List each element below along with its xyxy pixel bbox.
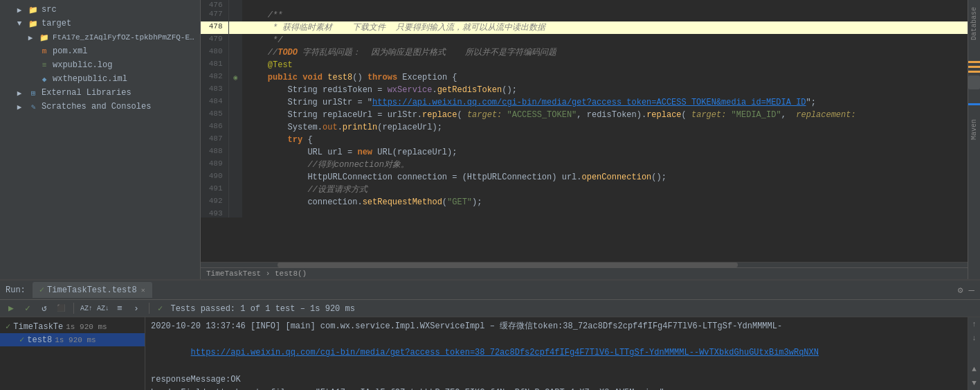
editor-area: 476 477 /** 478 * 获得临时素材: [201, 0, 968, 279]
log-url[interactable]: https://api.weixin.qq.com/cgi-bin/media/…: [191, 348, 819, 357]
table-row: 492 connection.setRequestMethod("GET");: [201, 196, 968, 209]
line-gutter: [228, 184, 242, 196]
test-time: 1s 920 ms: [55, 336, 96, 344]
table-row: 484 String urlStr = "https://api.weixin.…: [201, 96, 968, 109]
table-row: 487 try {: [201, 134, 968, 146]
sidebar-label-wxpublic: wxpublic.log: [53, 60, 112, 70]
database-tab[interactable]: Database: [970, 7, 978, 40]
line-gutter: [228, 34, 242, 46]
line-code: //TODO 字符乱码问题： 因为响应是图片格式 所以并不是字符编码问题: [242, 46, 968, 59]
pass-icon: ✓: [19, 335, 24, 345]
folder-icon: 📁: [28, 18, 39, 29]
sidebar-item-target[interactable]: ▼ 📁 target: [0, 17, 200, 30]
separator2: [149, 303, 149, 314]
separator: [73, 303, 74, 314]
maven-tab[interactable]: Maven: [970, 119, 978, 140]
line-number: 486: [201, 121, 228, 134]
scroll-down-icon[interactable]: ↓: [972, 334, 977, 342]
line-code: /**: [242, 9, 968, 21]
iml-icon: ◆: [39, 73, 50, 85]
test-item-test8[interactable]: ✓ test8 1s 920 ms: [0, 333, 145, 346]
test-item-timetasktest[interactable]: ✓ TimeTaskTe 1s 920 ms: [0, 320, 145, 333]
run-button[interactable]: ▶: [4, 301, 18, 315]
line-code: connection.setRequestMethod("GET");: [242, 196, 968, 209]
log-icon: ≡: [39, 60, 50, 71]
settings-icon[interactable]: ⚙: [958, 285, 963, 296]
line-gutter: [228, 209, 242, 218]
sidebar-item-ext-libs[interactable]: ▶ ⊞ External Libraries: [0, 86, 200, 100]
table-row: 483 String redisToken = wxService.getRed…: [201, 84, 968, 96]
test-name: TimeTaskTe: [13, 322, 63, 332]
arrow-button[interactable]: ›: [129, 301, 143, 315]
collapse-button[interactable]: ≡: [113, 301, 127, 315]
line-number: 476: [201, 0, 228, 9]
line-code: String urlStr = "https://api.weixin.qq.c…: [242, 96, 968, 109]
line-gutter: [228, 46, 242, 59]
sidebar-item-wxthepublic[interactable]: ◆ wxthepublic.iml: [0, 72, 200, 86]
line-code: String redisToken = wxService.getRedisTo…: [242, 84, 968, 96]
stop-button[interactable]: ⬛: [54, 301, 68, 315]
sidebar-item-pom[interactable]: m pom.xml: [0, 44, 200, 58]
run-tab[interactable]: ✓ TimeTaskTest.test8 ✕: [33, 282, 152, 298]
pass-icon: ✓: [6, 321, 10, 332]
sidebar-item-scratches[interactable]: ▶ ✎ Scratches and Consoles: [0, 100, 200, 114]
table-row: 490 HttpURLConnection connection = (Http…: [201, 171, 968, 184]
tab-label: TimeTaskTest.test8: [47, 285, 137, 295]
sidebar-label-wxthepublic: wxthepublic.iml: [53, 74, 127, 84]
line-code: URL url = new URL(replaceUrl);: [242, 146, 968, 159]
sidebar-label-src: src: [42, 5, 57, 15]
line-gutter: [228, 134, 242, 146]
test-tree: ✓ TimeTaskTe 1s 920 ms ✓ test8 1s 920 ms: [0, 317, 145, 390]
close-panel-icon[interactable]: —: [969, 285, 974, 296]
line-number: 489: [201, 159, 228, 171]
chevron-down-icon[interactable]: ▼: [972, 379, 977, 387]
chevron-up-icon[interactable]: ▲: [972, 365, 977, 373]
log-line-link[interactable]: https://api.weixin.qq.com/cgi-bin/media/…: [151, 333, 962, 373]
line-code: public void test8() throws Exception {: [242, 71, 968, 84]
line-gutter: [228, 146, 242, 159]
code-container[interactable]: 476 477 /** 478 * 获得临时素材: [201, 0, 968, 262]
line-number: 493: [201, 209, 228, 218]
line-gutter: [228, 9, 242, 21]
table-row: 486 System.out.println(replaceUrl);: [201, 121, 968, 134]
console-output[interactable]: 2020-10-20 13:37:46 [INFO] [main] com.wx…: [145, 317, 968, 390]
folder-icon: 📁: [39, 32, 50, 43]
line-gutter: [228, 96, 242, 109]
table-row: 481 @Test: [201, 59, 968, 71]
sort-az-button[interactable]: AZ↑: [80, 301, 93, 315]
line-code: [242, 0, 968, 9]
sidebar-item-fta[interactable]: ▶ 📁 FtA17e_zIAqlFyfOZ-tpkbhPmZFQ-EIKGe: [0, 30, 200, 44]
spacer: [25, 46, 36, 57]
passed-check-button[interactable]: ✓: [21, 301, 35, 315]
breadcrumb: TimeTaskTest › test8(): [201, 267, 968, 279]
line-gutter: [228, 0, 242, 9]
scroll-marker-blue: [968, 103, 980, 105]
table-row: 493: [201, 209, 968, 218]
line-gutter: [228, 59, 242, 71]
scroll-thumb[interactable]: [968, 76, 980, 89]
line-number: 480: [201, 46, 228, 59]
line-number: 477: [201, 9, 228, 21]
chevron-right-icon: ▶: [14, 101, 25, 112]
line-code: String replaceUrl = urlStr.replace( targ…: [242, 109, 968, 121]
line-gutter: [228, 84, 242, 96]
sidebar-label-target: target: [42, 19, 71, 28]
table-row: 479 */: [201, 34, 968, 46]
line-code: //得到connection对象。: [242, 159, 968, 171]
sidebar-item-wxpublic-log[interactable]: ≡ wxpublic.log: [0, 58, 200, 72]
test-time: 1s 920 ms: [66, 323, 107, 331]
line-number: 478: [201, 21, 228, 34]
table-row: 491 //设置请求方式: [201, 184, 968, 196]
table-row: 482 ◉ public void test8() throws Excepti…: [201, 71, 968, 84]
sidebar-item-src[interactable]: ▶ 📁 src: [0, 3, 200, 17]
rerun-button[interactable]: ↺: [37, 301, 51, 315]
scroll-marker-orange: [968, 61, 980, 63]
test-status: ✓ Tests passed: 1 of 1 test – 1s 920 ms: [158, 303, 355, 314]
scroll-up-icon[interactable]: ↑: [972, 320, 977, 328]
sort-za-button[interactable]: AZ↓: [96, 301, 110, 315]
line-code: try {: [242, 134, 968, 146]
line-code: //设置请求方式: [242, 184, 968, 196]
folder-icon: 📁: [28, 4, 39, 15]
log-line: 2020-10-20 13:37:46 [INFO] [main] com.wx…: [151, 320, 962, 333]
tab-close-btn[interactable]: ✕: [141, 286, 145, 294]
